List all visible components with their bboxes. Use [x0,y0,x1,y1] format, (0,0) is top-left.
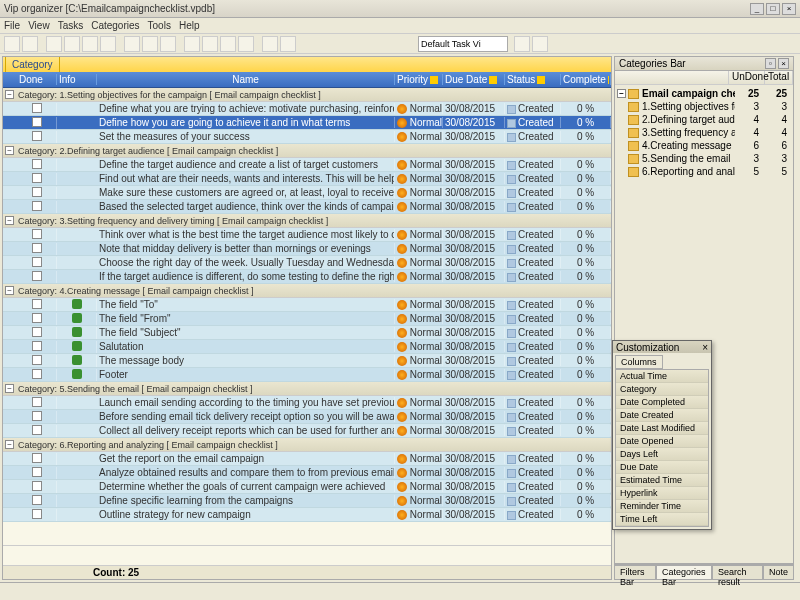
column-item[interactable]: Reminder Time [616,500,708,513]
task-row[interactable]: Collect all delivery receipt reports whi… [3,424,611,438]
task-row[interactable]: Choose the right day of the week. Usuall… [3,256,611,270]
collapse-icon[interactable]: − [5,90,14,99]
bottom-tab[interactable]: Filters Bar [614,565,656,580]
toolbar-button[interactable] [238,36,254,52]
toolbar-button[interactable] [124,36,140,52]
toolbar-button[interactable] [22,36,38,52]
total-header[interactable]: Total [765,71,793,84]
filter-icon[interactable] [430,76,438,84]
status-column[interactable]: Status [505,74,561,85]
task-row[interactable]: Define the target audience and create a … [3,158,611,172]
collapse-icon[interactable]: − [5,146,14,155]
info-column[interactable]: Info [57,74,97,85]
done-checkbox[interactable] [32,425,42,435]
task-row[interactable]: The field "Subject" Normal30/08/2015Crea… [3,326,611,340]
done-checkbox[interactable] [32,229,42,239]
complete-column[interactable]: Complete [561,74,611,85]
task-row[interactable]: The field "To" Normal30/08/2015Created0 … [3,298,611,312]
menu-tasks[interactable]: Tasks [58,20,84,31]
done-checkbox[interactable] [32,509,42,519]
task-row[interactable]: Salutation Normal30/08/2015Created0 % [3,340,611,354]
toolbar-button[interactable] [100,36,116,52]
close-panel-icon[interactable]: × [778,58,789,69]
task-row[interactable]: The field "From" Normal30/08/2015Created… [3,312,611,326]
category-row[interactable]: −Category: 5.Sending the email [ Email c… [3,382,611,396]
toolbar-button[interactable] [4,36,20,52]
task-row[interactable]: Outline strategy for new campaign Normal… [3,508,611,522]
priority-column[interactable]: Priority [395,74,443,85]
customization-panel[interactable]: Customization × Columns Actual TimeCateg… [612,340,712,530]
done-checkbox[interactable] [32,173,42,183]
done-checkbox[interactable] [32,201,42,211]
done-checkbox[interactable] [32,327,42,337]
toolbar-button[interactable] [514,36,530,52]
done-checkbox[interactable] [32,243,42,253]
task-row[interactable]: Determine whether the goals of current c… [3,480,611,494]
task-row[interactable]: Based the selected target audience, thin… [3,200,611,214]
toolbar-button[interactable] [160,36,176,52]
column-item[interactable]: Date Created [616,409,708,422]
done-checkbox[interactable] [32,299,42,309]
category-row[interactable]: −Category: 1.Setting objectives for the … [3,88,611,102]
filter-icon[interactable] [537,76,545,84]
minimize-button[interactable]: _ [750,3,764,15]
category-row[interactable]: −Category: 6.Reporting and analyzing [ E… [3,438,611,452]
done-checkbox[interactable] [32,313,42,323]
task-row[interactable]: Get the report on the email campaign Nor… [3,452,611,466]
collapse-icon[interactable]: − [5,286,14,295]
done-column[interactable]: Done [17,74,57,85]
cat-name-header[interactable] [615,71,729,84]
toolbar-button[interactable] [142,36,158,52]
column-item[interactable]: Time Left [616,513,708,526]
task-row[interactable]: Define how you are going to achieve it a… [3,116,611,130]
category-item[interactable]: 5.Sending the email33 [617,152,791,165]
category-row[interactable]: −Category: 4.Creating message [ Email ca… [3,284,611,298]
done-checkbox[interactable] [32,355,42,365]
collapse-icon[interactable]: − [5,384,14,393]
done-checkbox[interactable] [32,397,42,407]
task-row[interactable]: Define specific learning from the campai… [3,494,611,508]
done-checkbox[interactable] [32,341,42,351]
bottom-tab[interactable]: Categories Bar [656,565,712,580]
name-column[interactable]: Name [97,74,395,85]
menu-categories[interactable]: Categories [91,20,139,31]
column-item[interactable]: Category [616,383,708,396]
maximize-button[interactable]: □ [766,3,780,15]
column-item[interactable]: Date Completed [616,396,708,409]
task-row[interactable]: Note that midday delivery is better than… [3,242,611,256]
category-item[interactable]: 6.Reporting and analyzing55 [617,165,791,178]
task-view-combo[interactable] [418,36,508,52]
filter-icon[interactable] [489,76,497,84]
bottom-tab[interactable]: Note [763,565,794,580]
due-date-column[interactable]: Due Date [443,74,505,85]
toolbar-button[interactable] [82,36,98,52]
toolbar-button[interactable] [46,36,62,52]
task-row[interactable]: Footer Normal30/08/2015Created0 % [3,368,611,382]
column-item[interactable]: Days Left [616,448,708,461]
done-checkbox[interactable] [32,159,42,169]
task-row[interactable]: The message body Normal30/08/2015Created… [3,354,611,368]
category-item[interactable]: −Email campaign checklist2525 [617,87,791,100]
category-row[interactable]: −Category: 3.Setting frequency and deliv… [3,214,611,228]
category-item[interactable]: 1.Setting objectives for the c33 [617,100,791,113]
pin-icon[interactable]: ▫ [765,58,776,69]
toolbar-button[interactable] [202,36,218,52]
column-item[interactable]: Actual Time [616,370,708,383]
task-row[interactable]: Launch email sending according to the ti… [3,396,611,410]
toolbar-button[interactable] [262,36,278,52]
category-item[interactable]: 4.Creating message66 [617,139,791,152]
toolbar-button[interactable] [280,36,296,52]
category-row[interactable]: −Category: 2.Defining target audience [ … [3,144,611,158]
task-row[interactable]: If the target audience is different, do … [3,270,611,284]
category-group-button[interactable]: Category [5,56,60,73]
menu-help[interactable]: Help [179,20,200,31]
done-checkbox[interactable] [32,453,42,463]
task-row[interactable]: Set the measures of your success Normal3… [3,130,611,144]
toolbar-button[interactable] [64,36,80,52]
task-row[interactable]: Make sure these customers are agreed or,… [3,186,611,200]
bottom-tab[interactable]: Search result [712,565,763,580]
column-item[interactable]: Estimated Time [616,474,708,487]
done-checkbox[interactable] [32,103,42,113]
columns-tab[interactable]: Columns [615,355,663,369]
task-row[interactable]: Before sending email tick delivery recei… [3,410,611,424]
